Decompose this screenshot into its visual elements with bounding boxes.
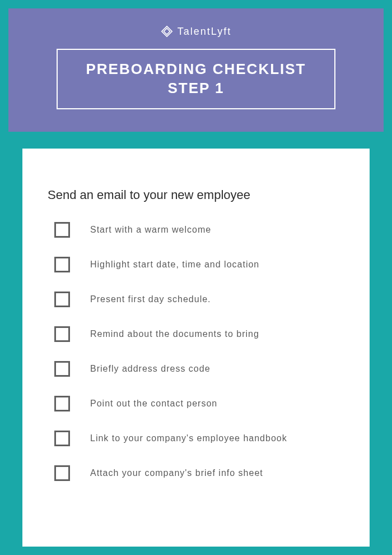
checkbox-icon[interactable] [54,222,70,238]
checkbox-icon[interactable] [54,361,70,377]
title-line-1: PREBOARDING CHECKLIST [86,60,306,79]
checkbox-icon[interactable] [54,431,70,446]
header-banner: TalentLyft PREBOARDING CHECKLIST STEP 1 [8,8,384,132]
brand-logo-icon [161,25,173,38]
checkbox-icon[interactable] [54,292,70,307]
checklist-label: Present first day schedule. [90,294,211,304]
checklist-item: Highlight start date, time and location [48,257,344,272]
section-title: Send an email to your new employee [48,188,344,202]
checklist-label: Remind about the documents to bring [90,329,259,339]
checkbox-icon[interactable] [54,326,70,342]
checkbox-icon[interactable] [54,257,70,272]
brand-name: TalentLyft [178,26,231,38]
checkbox-icon[interactable] [54,465,70,481]
checklist-label: Point out the contact person [90,399,217,409]
checklist-item: Remind about the documents to bring [48,326,344,342]
content-card: Send an email to your new employee Start… [22,149,370,547]
checklist: Start with a warm welcome Highlight star… [48,222,344,481]
checklist-item: Link to your company's employee handbook [48,431,344,446]
title-line-2: STEP 1 [86,79,306,98]
checklist-item: Attach your company's brief info sheet [48,465,344,481]
brand: TalentLyft [161,25,231,38]
checklist-label: Start with a warm welcome [90,225,211,235]
checklist-label: Briefly address dress code [90,364,211,374]
checklist-item: Briefly address dress code [48,361,344,377]
checklist-label: Link to your company's employee handbook [90,433,287,443]
checklist-item: Start with a warm welcome [48,222,344,238]
checklist-item: Present first day schedule. [48,292,344,307]
checklist-label: Attach your company's brief info sheet [90,468,263,478]
checkbox-icon[interactable] [54,396,70,411]
checklist-label: Highlight start date, time and location [90,260,259,270]
checklist-item: Point out the contact person [48,396,344,411]
title-box: PREBOARDING CHECKLIST STEP 1 [57,49,335,109]
